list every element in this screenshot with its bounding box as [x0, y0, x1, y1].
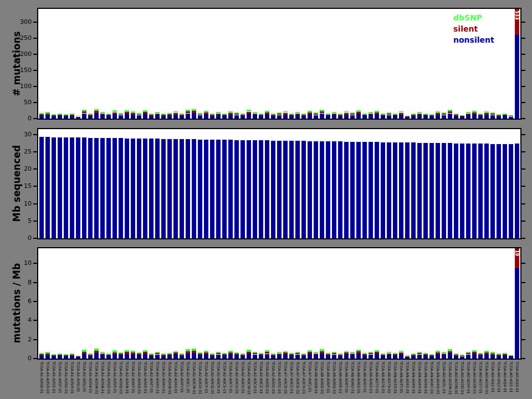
sample-id-text: TCGA-AN-A049-01	[416, 361, 422, 394]
bar-segment-nonsilent	[100, 115, 105, 119]
y-tick-label: 0	[16, 115, 32, 122]
sample-id-text: TCGA-A8-A06Y-01	[361, 361, 367, 393]
bar-segment-silent	[338, 115, 342, 116]
bar-segment-dbsnp	[216, 352, 221, 353]
bar-segment-nonsilent	[301, 356, 306, 359]
bar-segment-dbsnp	[58, 354, 62, 355]
bar-segment-silent	[381, 115, 385, 116]
bar-segment-silent	[411, 115, 416, 116]
sample-id-text: TCGA-A1-A0SO-01	[105, 361, 111, 394]
bar-segment-nonsilent	[131, 114, 135, 119]
bar-segment-mb	[497, 144, 501, 238]
bar-segment-dbsnp	[490, 112, 495, 114]
bar-segment-silent	[484, 113, 489, 115]
bar-segment-nonsilent	[460, 356, 464, 359]
bar-segment-mb	[247, 140, 251, 238]
bar-segment-nonsilent	[216, 115, 221, 119]
legend-item-nonsilent: nonsilent	[453, 34, 494, 45]
y-tick	[33, 54, 37, 55]
bar-segment-silent	[332, 353, 336, 354]
sample-id-text: TCGA-A1-A0SE-01	[50, 361, 57, 393]
bar-segment-dbsnp	[106, 354, 111, 355]
bar-segment-nonsilent	[112, 114, 117, 119]
bar-segment-dbsnp	[271, 354, 275, 355]
sample-id-text: TCGA-A8-A075-01	[374, 361, 380, 393]
y-tick	[33, 282, 37, 283]
bar-segment-silent	[204, 352, 208, 354]
bar-segment-nonsilent	[186, 114, 190, 119]
bar-segment-nonsilent	[210, 356, 214, 359]
bar-segment-silent	[308, 352, 312, 354]
y-tick	[521, 358, 525, 359]
bar-segment-nonsilent	[503, 115, 507, 119]
x-axis-label: TCGA-A7-A0CE-01	[288, 361, 294, 399]
bar-segment-silent	[332, 114, 336, 115]
bar-segment-silent	[241, 355, 245, 356]
bar-segment-silent	[295, 114, 300, 115]
y-tick	[33, 186, 37, 187]
bar-segment-nonsilent	[295, 115, 300, 119]
bar-segment-mb	[338, 141, 342, 238]
bar-segment-nonsilent	[350, 115, 355, 119]
bar-segment-silent	[466, 114, 470, 115]
legend-item-dbsnp: dbSNP	[453, 12, 494, 23]
bar-segment-mb	[271, 141, 275, 238]
bar-segment-nonsilent	[58, 355, 62, 359]
bar-segment-nonsilent	[429, 116, 434, 119]
bar-segment-mb	[429, 143, 434, 238]
bar-segment-nonsilent	[387, 355, 391, 359]
x-axis-label: TCGA-AN-A04A-01	[422, 361, 428, 399]
bar-segment-nonsilent	[301, 116, 306, 119]
sample-id-text: TCGA-A8-A06O-01	[319, 361, 325, 394]
x-axis-label: TCGA-AO-A0J5-01	[508, 361, 514, 399]
bar-segment-nonsilent	[417, 355, 422, 359]
sample-id-text: TCGA-A8-A06T-01	[343, 361, 349, 393]
bar-segment-nonsilent	[277, 355, 282, 359]
x-axis-label: TCGA-A2-A0CX-01	[252, 361, 258, 399]
y-tick	[521, 70, 525, 71]
bar-segment-mb	[289, 141, 294, 238]
x-axis-label: TCGA-AO-A0J2-01	[489, 361, 495, 399]
x-axis-label: TCGA-A2-A0CV-01	[239, 361, 245, 399]
bar-segment-nonsilent	[369, 115, 373, 119]
sample-id-text: TCGA-A8-A06Q-01	[331, 361, 337, 394]
bar-segment-mb	[436, 143, 440, 238]
bar-segment-silent	[405, 116, 410, 117]
bar-segment-dbsnp	[460, 355, 464, 355]
bar-segment-nonsilent	[466, 115, 470, 119]
y-tick	[33, 203, 37, 204]
bar-segment-nonsilent	[52, 116, 56, 119]
bar-segment-silent	[344, 113, 349, 115]
bar-segment-nonsilent	[442, 115, 446, 119]
bar-segment-silent	[253, 114, 257, 115]
bar-segment-nonsilent	[375, 354, 379, 359]
bar-segment-dbsnp	[356, 350, 361, 351]
sample-id-text: TCGA-A2-A0D0-01	[264, 361, 270, 394]
x-axis-label: TCGA-AO-A03R-01	[471, 361, 477, 399]
bar-segment-dbsnp	[70, 354, 74, 355]
bar-segment-silent	[88, 115, 93, 116]
sample-id-text: TCGA-A1-A0SJ-01	[81, 361, 87, 392]
bar-segment-silent	[429, 115, 434, 116]
x-axis-label: TCGA-A8-A06P-01	[325, 361, 331, 399]
bar-segment-dbsnp	[167, 353, 172, 354]
bar-segment-silent	[210, 115, 214, 116]
bar-segment-silent	[381, 355, 385, 356]
bar-segment-nonsilent	[82, 114, 86, 119]
legend: dbSNP silent nonsilent	[453, 12, 494, 45]
x-axis-label: TCGA-A1-A0SG-01	[63, 361, 69, 399]
bar-segment-silent	[155, 353, 160, 354]
bar-segment-dbsnp	[308, 350, 312, 352]
bar-segment-dbsnp	[210, 354, 214, 355]
bar-segment-mb	[503, 144, 507, 238]
bar-segment-silent	[112, 112, 117, 114]
bar-segment-dbsnp	[131, 351, 135, 352]
bar-segment-nonsilent	[515, 268, 519, 359]
x-axis-label: TCGA-A1-A0SF-01	[57, 361, 63, 399]
sample-id-text: TCGA-A2-A04P-01	[130, 361, 136, 393]
bar-segment-nonsilent	[454, 116, 458, 119]
bar-segment-dbsnp	[241, 354, 245, 355]
bar-segment-silent	[454, 115, 458, 116]
bar-segment-dbsnp	[283, 111, 288, 112]
y-tick	[521, 186, 525, 187]
